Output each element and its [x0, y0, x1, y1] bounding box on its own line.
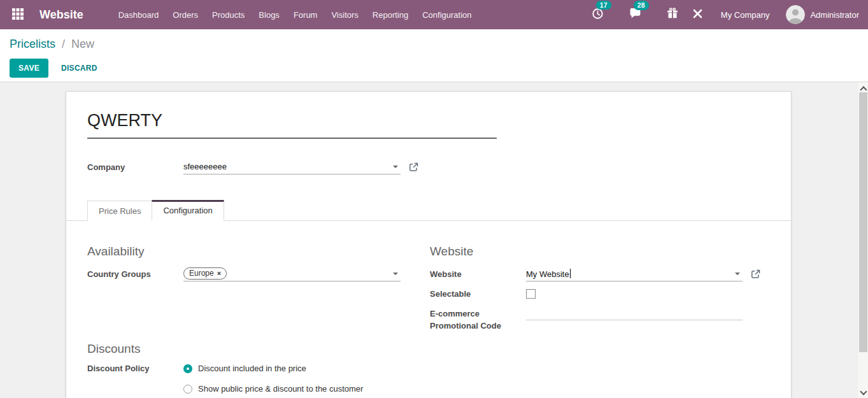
gift-icon — [667, 8, 678, 22]
scrollbar-thumb[interactable] — [859, 92, 867, 352]
external-link-icon[interactable] — [751, 269, 760, 279]
selectable-label: Selectable — [430, 289, 526, 299]
selectable-checkbox[interactable] — [526, 289, 536, 299]
avatar — [786, 5, 805, 24]
activities-button[interactable]: 17 — [588, 5, 608, 25]
apps-menu-button[interactable] — [9, 5, 27, 25]
activity-badge: 17 — [596, 1, 611, 10]
odoo-app: Website Dashboard Orders Products Blogs … — [0, 0, 868, 398]
referral-button[interactable] — [663, 5, 682, 24]
radio-option-label: Show public price & discount to the cust… — [198, 384, 363, 394]
website-label: Website — [430, 269, 526, 279]
chevron-down-icon — [393, 273, 398, 275]
discount-policy-row: Discount Policy Discount included in the… — [87, 364, 401, 394]
nav-item-visitors[interactable]: Visitors — [324, 5, 365, 25]
user-menu[interactable]: Administrator — [786, 5, 859, 24]
messages-button[interactable]: 28 — [625, 5, 645, 24]
control-panel: Pricelists / New SAVE DISCARD — [0, 29, 868, 82]
app-brand[interactable]: Website — [39, 8, 83, 22]
messages-badge: 28 — [634, 1, 649, 10]
scroll-up-arrow[interactable] — [858, 83, 868, 93]
scrollbar[interactable] — [857, 82, 868, 398]
scroll-down-arrow[interactable] — [858, 388, 868, 397]
website-group-title: Website — [430, 245, 770, 259]
company-row: Company sfeeeeeeee — [87, 159, 770, 174]
discount-policy-options: Discount included in the price Show publ… — [183, 364, 363, 394]
nav-item-forum[interactable]: Forum — [287, 5, 325, 25]
nav-item-dashboard[interactable]: Dashboard — [111, 5, 166, 25]
nav-item-orders[interactable]: Orders — [166, 5, 205, 25]
save-button[interactable]: SAVE — [10, 59, 48, 78]
discounts-group: Discounts Discount Policy Discount inclu… — [87, 342, 401, 394]
tab-configuration[interactable]: Configuration — [152, 200, 224, 221]
content-area: QWERTY Company sfeeeeeeee — [0, 82, 868, 398]
nav-item-configuration[interactable]: Configuration — [415, 5, 478, 25]
website-value: My Website — [526, 269, 571, 279]
breadcrumb-separator: / — [62, 38, 65, 50]
radio-option-discount-included[interactable]: Discount included in the price — [183, 364, 363, 373]
tools-icon — [692, 8, 703, 22]
main-menu: Dashboard Orders Products Blogs Forum Vi… — [111, 5, 479, 25]
discounts-title: Discounts — [87, 342, 401, 356]
country-groups-field[interactable]: Europe × — [183, 266, 401, 281]
breadcrumb-current: New — [71, 38, 94, 50]
tab-content-configuration: Availability Country Groups Europe × — [66, 221, 791, 394]
availability-title: Availability — [87, 245, 401, 259]
tag-europe: Europe × — [183, 267, 227, 280]
debug-tools-button[interactable] — [688, 6, 707, 24]
promo-code-row: E-commerce Promotional Code — [430, 306, 770, 332]
discard-button[interactable]: DISCARD — [55, 59, 104, 77]
nav-item-products[interactable]: Products — [205, 5, 252, 25]
company-switcher[interactable]: My Company — [721, 10, 770, 20]
radio-option-show-public-price[interactable]: Show public price & discount to the cust… — [183, 384, 363, 394]
radio-unselected-icon[interactable] — [183, 385, 192, 394]
website-field[interactable]: My Website — [526, 266, 743, 281]
cp-buttons: SAVE DISCARD — [10, 59, 868, 78]
selectable-row: Selectable — [430, 289, 770, 299]
radio-option-label: Discount included in the price — [198, 364, 306, 373]
promo-code-label: E-commerce Promotional Code — [430, 306, 526, 332]
text-cursor — [570, 269, 571, 278]
top-navbar: Website Dashboard Orders Products Blogs … — [0, 0, 868, 29]
breadcrumb-pricelists-link[interactable]: Pricelists — [10, 38, 55, 50]
external-link-icon[interactable] — [409, 162, 418, 172]
company-field[interactable]: sfeeeeeeee — [183, 159, 401, 174]
availability-group: Availability Country Groups Europe × — [87, 245, 401, 281]
nav-item-blogs[interactable]: Blogs — [252, 5, 287, 25]
form-sheet: QWERTY Company sfeeeeeeee — [66, 91, 792, 398]
company-value: sfeeeeeeee — [183, 162, 227, 171]
country-groups-label: Country Groups — [87, 269, 183, 279]
notebook-tabs: Price Rules Configuration — [66, 199, 791, 221]
nav-item-reporting[interactable]: Reporting — [366, 5, 415, 25]
chevron-down-icon — [735, 273, 740, 275]
title-underline — [87, 138, 497, 139]
tag-label: Europe — [189, 269, 214, 278]
website-row: Website My Website — [430, 266, 770, 281]
tab-price-rules[interactable]: Price Rules — [87, 201, 152, 221]
website-group: Website Website My Website — [430, 245, 770, 332]
pricelist-name-input[interactable]: QWERTY — [87, 92, 770, 131]
country-groups-row: Country Groups Europe × — [87, 266, 401, 281]
apps-grid-icon — [11, 8, 24, 22]
chevron-down-icon — [393, 166, 398, 168]
breadcrumb: Pricelists / New — [10, 36, 868, 52]
user-name: Administrator — [810, 10, 859, 20]
company-label: Company — [87, 162, 183, 172]
radio-selected-icon[interactable] — [183, 364, 192, 373]
systray: 17 28 — [581, 5, 859, 25]
remove-tag-icon[interactable]: × — [217, 269, 221, 278]
discount-policy-label: Discount Policy — [87, 364, 183, 373]
promo-code-input[interactable] — [526, 306, 743, 320]
